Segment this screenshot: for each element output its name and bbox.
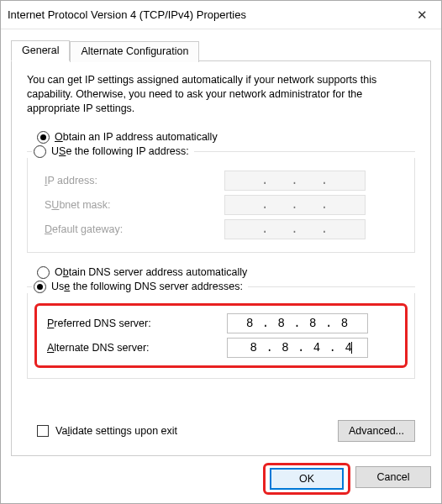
input-preferred-dns[interactable]: 8 . 8 . 8 . 8 bbox=[227, 313, 368, 333]
highlight-ok-button: OK bbox=[263, 463, 350, 495]
ok-button[interactable]: OK bbox=[270, 468, 344, 490]
advanced-button[interactable]: Advanced... bbox=[338, 420, 415, 442]
radio-obtain-dns-auto-label: Obtain DNS server address automatically bbox=[55, 266, 247, 278]
tab-bar: General Alternate Configuration bbox=[11, 39, 431, 60]
tab-alternate-label: Alternate Configuration bbox=[81, 45, 188, 57]
radio-obtain-ip-auto[interactable]: Obtain an IP address automatically bbox=[27, 129, 415, 145]
radio-icon bbox=[34, 281, 46, 293]
label-alternate-dns: Alternate DNS server: bbox=[42, 342, 227, 354]
radio-use-dns-manual-label: Use the following DNS server addresses: bbox=[51, 281, 243, 292]
input-alternate-dns[interactable]: 8 . 8 . 4 . 4 bbox=[227, 338, 368, 358]
ok-button-label: OK bbox=[299, 473, 314, 485]
input-default-gateway: ... bbox=[224, 219, 366, 239]
radio-use-dns-manual[interactable]: Use the following DNS server addresses: bbox=[34, 281, 245, 293]
label-ip-address: IP address: bbox=[39, 175, 224, 186]
radio-icon bbox=[34, 145, 46, 158]
row-preferred-dns: Preferred DNS server: 8 . 8 . 8 . 8 bbox=[42, 313, 400, 333]
cancel-button[interactable]: Cancel bbox=[355, 466, 431, 488]
tab-general-label: General bbox=[22, 45, 59, 56]
row-subnet-mask: SUbnet mask: ... bbox=[39, 195, 403, 215]
tab-alternate-configuration[interactable]: Alternate Configuration bbox=[70, 41, 199, 62]
checkbox-icon bbox=[37, 425, 49, 437]
window-title: Internet Protocol Version 4 (TCP/IPv4) P… bbox=[8, 8, 403, 21]
checkbox-validate-on-exit[interactable]: Validate settings upon exit bbox=[27, 425, 177, 437]
dialog-footer: OK Cancel bbox=[1, 456, 441, 503]
checkbox-validate-label: Validate settings upon exit bbox=[55, 425, 177, 437]
panel-bottom-row: Validate settings upon exit Advanced... bbox=[27, 420, 415, 442]
group-ip-manual-head: USe the following IP address: bbox=[27, 145, 415, 158]
value-alternate-dns: 8 . 8 . 4 . 4 bbox=[242, 341, 353, 354]
group-dns-manual: Preferred DNS server: 8 . 8 . 8 . 8 Alte… bbox=[27, 293, 415, 379]
label-subnet-mask: SUbnet mask: bbox=[39, 199, 224, 211]
text-cursor bbox=[351, 342, 352, 354]
input-subnet-mask: ... bbox=[224, 195, 366, 215]
value-preferred-dns: 8 . 8 . 8 . 8 bbox=[238, 317, 356, 330]
row-default-gateway: Default gateway: ... bbox=[39, 219, 403, 239]
close-icon: ✕ bbox=[417, 8, 428, 23]
label-default-gateway: Default gateway: bbox=[39, 223, 224, 235]
radio-use-ip-manual-label: USe the following IP address: bbox=[51, 145, 189, 157]
radio-obtain-dns-auto[interactable]: Obtain DNS server address automatically bbox=[27, 265, 415, 281]
properties-dialog: Internet Protocol Version 4 (TCP/IPv4) P… bbox=[0, 0, 442, 504]
titlebar: Internet Protocol Version 4 (TCP/IPv4) P… bbox=[1, 1, 441, 29]
row-alternate-dns: Alternate DNS server: 8 . 8 . 4 . 4 bbox=[42, 338, 400, 358]
radio-icon bbox=[37, 266, 50, 279]
radio-use-ip-manual[interactable]: USe the following IP address: bbox=[34, 145, 191, 158]
highlight-dns-fields: Preferred DNS server: 8 . 8 . 8 . 8 Alte… bbox=[34, 303, 408, 368]
dialog-body: General Alternate Configuration You can … bbox=[1, 29, 441, 456]
intro-text: You can get IP settings assigned automat… bbox=[27, 73, 415, 116]
input-ip-address: ... bbox=[224, 171, 366, 191]
group-dns-manual-head: Use the following DNS server addresses: bbox=[27, 281, 415, 293]
cancel-button-label: Cancel bbox=[377, 471, 410, 483]
group-ip-manual: IP address: ... SUbnet mask: ... Default… bbox=[27, 158, 415, 253]
close-button[interactable]: ✕ bbox=[403, 1, 441, 29]
row-ip-address: IP address: ... bbox=[39, 171, 403, 191]
label-preferred-dns: Preferred DNS server: bbox=[42, 318, 227, 329]
tab-panel-general: You can get IP settings assigned automat… bbox=[11, 60, 431, 456]
radio-obtain-ip-auto-label: Obtain an IP address automatically bbox=[55, 131, 218, 143]
advanced-button-label: Advanced... bbox=[349, 425, 404, 437]
radio-icon bbox=[37, 131, 50, 144]
tab-general[interactable]: General bbox=[11, 40, 70, 61]
